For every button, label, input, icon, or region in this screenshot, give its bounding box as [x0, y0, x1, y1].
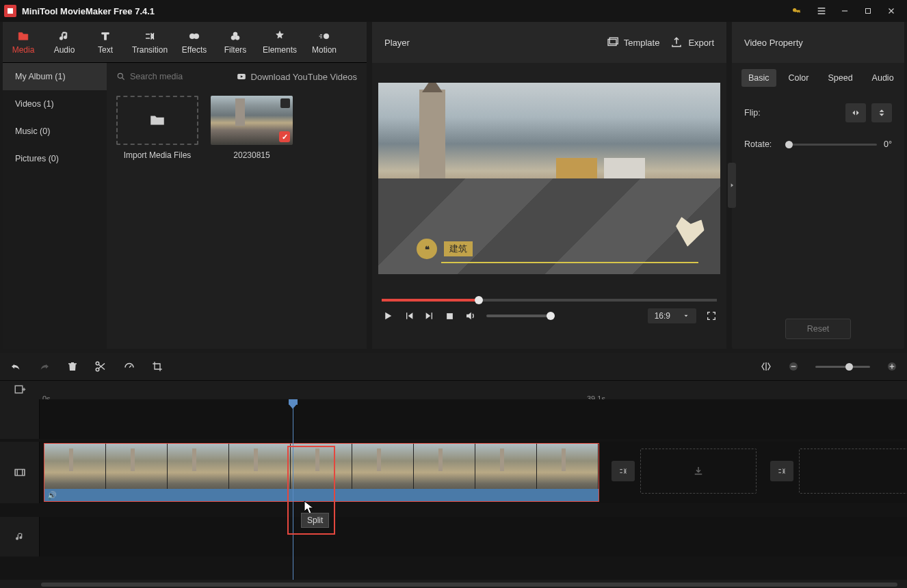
prev-frame-button[interactable] — [404, 310, 415, 321]
svg-point-6 — [324, 34, 329, 39]
volume-slider[interactable] — [486, 315, 555, 317]
media-panel: Media Audio Text Transition Effects Filt… — [3, 22, 367, 349]
svg-rect-15 — [791, 366, 796, 366]
sidebar-item-music[interactable]: Music (0) — [3, 118, 107, 145]
timeline-clip[interactable]: 🔊 — [44, 443, 599, 502]
video-track-icon — [14, 466, 26, 479]
app-title: MiniTool MovieMaker Free 7.4.1 — [22, 6, 785, 16]
property-title: Video Property — [732, 22, 904, 63]
titlebar: MiniTool MovieMaker Free 7.4.1 — [0, 0, 907, 22]
sidebar-item-videos[interactable]: Videos (1) — [3, 90, 107, 118]
undo-button[interactable] — [10, 361, 22, 372]
module-tabs: Media Audio Text Transition Effects Filt… — [3, 22, 367, 63]
svg-rect-0 — [866, 9, 871, 14]
tab-audio[interactable]: Audio — [44, 22, 85, 62]
timeline-ruler[interactable]: 0s 39.1s — [0, 380, 907, 399]
license-key-icon[interactable] — [785, 0, 809, 22]
prop-tab-color[interactable]: Color — [782, 69, 816, 87]
next-frame-button[interactable] — [424, 310, 435, 321]
tab-elements[interactable]: Elements — [256, 22, 304, 62]
prop-tab-audio[interactable]: Audio — [865, 69, 901, 87]
clip-mute-icon[interactable]: 🔊 — [47, 491, 57, 500]
rotate-slider[interactable] — [785, 144, 877, 146]
search-input[interactable] — [130, 72, 226, 81]
play-button[interactable] — [382, 310, 394, 322]
sidebar-item-pictures[interactable]: Pictures (0) — [3, 145, 107, 172]
reset-button[interactable]: Reset — [785, 319, 851, 339]
prop-tab-speed[interactable]: Speed — [821, 69, 859, 87]
export-button[interactable]: Export — [670, 36, 714, 49]
minimize-icon[interactable] — [833, 0, 856, 22]
download-youtube-button[interactable]: Download YouTube Videos — [236, 72, 357, 82]
video-preview[interactable]: ❝建筑 — [378, 83, 720, 274]
tab-effects[interactable]: Effects — [174, 22, 215, 62]
auto-fit-button[interactable] — [761, 361, 772, 372]
prop-tab-basic[interactable]: Basic — [741, 69, 776, 87]
svg-rect-11 — [447, 313, 453, 319]
zoom-in-button[interactable] — [886, 361, 897, 372]
seek-slider[interactable] — [382, 299, 717, 302]
hamburger-menu-icon[interactable] — [810, 0, 833, 22]
svg-rect-20 — [15, 470, 25, 476]
media-category-sidebar: My Album (1) Videos (1) Music (0) Pictur… — [3, 63, 107, 349]
empty-clip-slot[interactable] — [799, 449, 907, 494]
audio-track-icon — [14, 531, 25, 543]
used-check-icon — [279, 131, 290, 142]
timeline-panel: 0s 39.1s 🔊 — [0, 353, 907, 588]
video-track[interactable]: 🔊 — [0, 442, 907, 503]
zoom-out-button[interactable] — [788, 361, 799, 372]
empty-clip-slot[interactable] — [640, 449, 757, 494]
zoom-slider[interactable] — [815, 366, 870, 368]
property-panel: Video Property Basic Color Speed Audio F… — [732, 22, 904, 349]
download-icon — [692, 465, 705, 477]
svg-point-2 — [194, 34, 199, 39]
panel-collapse-handle[interactable] — [728, 163, 736, 208]
svg-rect-18 — [891, 364, 892, 369]
rotate-value: 0° — [884, 139, 892, 149]
close-icon[interactable] — [880, 0, 903, 22]
media-clip-item[interactable]: 20230815 — [211, 96, 293, 160]
split-button[interactable] — [94, 360, 107, 373]
text-track[interactable] — [0, 399, 907, 439]
volume-icon[interactable] — [464, 310, 477, 322]
svg-point-7 — [118, 73, 122, 78]
tab-filters[interactable]: Filters — [215, 22, 256, 62]
player-title: Player — [384, 38, 595, 48]
tab-media[interactable]: Media — [3, 22, 44, 62]
svg-point-4 — [231, 36, 235, 40]
search-media[interactable] — [116, 72, 229, 81]
redo-button[interactable] — [38, 361, 51, 372]
svg-rect-19 — [15, 386, 23, 393]
maximize-icon[interactable] — [856, 0, 880, 22]
aspect-ratio-select[interactable]: 16:9 — [648, 308, 696, 323]
tab-text[interactable]: Text — [85, 22, 126, 62]
speed-button[interactable] — [123, 360, 135, 373]
crop-button[interactable] — [152, 361, 163, 372]
player-panel: Player Template Export ❝建筑 00:00:17: — [372, 22, 726, 349]
add-track-icon[interactable] — [14, 384, 26, 397]
export-icon — [670, 36, 683, 49]
flip-vertical-button[interactable] — [871, 103, 892, 122]
playhead[interactable] — [293, 399, 293, 580]
sidebar-item-myalbum[interactable]: My Album (1) — [3, 63, 107, 90]
svg-point-5 — [235, 36, 239, 40]
transition-slot-button[interactable] — [770, 461, 793, 481]
chevron-down-icon — [683, 312, 689, 319]
flip-horizontal-button[interactable] — [845, 103, 866, 122]
tab-transition[interactable]: Transition — [126, 22, 174, 62]
stop-button[interactable] — [445, 311, 455, 321]
audio-track[interactable] — [0, 517, 907, 557]
split-tooltip: Split — [301, 513, 329, 528]
video-badge-icon — [280, 98, 290, 108]
template-icon — [606, 36, 618, 49]
app-logo — [4, 5, 16, 17]
fullscreen-button[interactable] — [706, 310, 717, 321]
template-button[interactable]: Template — [606, 36, 660, 49]
timeline-scrollbar[interactable] — [0, 580, 907, 588]
tab-motion[interactable]: Motion — [304, 22, 345, 62]
search-icon — [116, 72, 126, 81]
folder-icon — [148, 111, 166, 129]
transition-slot-button[interactable] — [612, 461, 635, 481]
import-media-button[interactable]: Import Media Files — [116, 96, 198, 160]
delete-button[interactable] — [67, 360, 78, 373]
